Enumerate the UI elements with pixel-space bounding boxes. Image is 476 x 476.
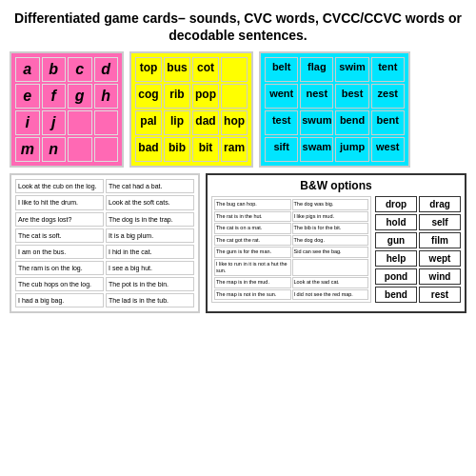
cyan-cell: tent (371, 57, 405, 82)
yellow-cell: dad (192, 110, 219, 135)
bw-word-cell: help (375, 250, 417, 267)
bw-grid-cell: The rat is in the hut. (214, 211, 291, 222)
page: Differentiated game cards– sounds, CVC w… (0, 0, 476, 476)
bottom-section: Look at the cub on the log.The cat had a… (10, 173, 466, 313)
bw-word-cell: wept (419, 250, 461, 267)
cyan-ccvc-card: beltflagswimtentwentnestbestzesttestswum… (259, 51, 410, 168)
cyan-cell: flag (300, 57, 333, 82)
bw-word-cell: pond (375, 268, 417, 285)
yellow-cell: cot (192, 57, 219, 82)
pink-cell (68, 110, 92, 135)
cyan-cell: bent (371, 110, 405, 135)
bw-options: B&W options The bug can hop.The dog was … (206, 173, 466, 313)
cyan-cell: bend (335, 110, 368, 135)
cyan-cell: nest (300, 84, 333, 109)
sentence-cell: The cub hops on the log. (15, 277, 104, 291)
bw-words: dropdragholdselfgunfilmhelpweptpondwindb… (375, 196, 461, 303)
bw-grid-cell: The map is in the mud. (214, 277, 291, 288)
yellow-cell: cog (135, 84, 162, 109)
cyan-cell: went (265, 84, 298, 109)
bw-grid-cell: The bib is for the bit. (292, 223, 369, 233)
yellow-cell: rib (164, 84, 190, 109)
cyan-cell: belt (265, 57, 298, 82)
cyan-cell: test (265, 110, 298, 135)
pink-cell: h (94, 84, 119, 109)
cyan-cell: best (335, 84, 368, 109)
bw-grid-cell: I like pigs in mud. (292, 211, 369, 222)
sentence-cell: It is a big plum. (106, 228, 194, 243)
pink-cell: a (15, 57, 40, 82)
yellow-cell (221, 84, 248, 109)
pink-cell (94, 110, 119, 135)
sentence-cell: Look at the cub on the log. (15, 179, 104, 193)
bw-word-cell: hold (375, 214, 417, 230)
sentence-cell: I see a big hut. (106, 261, 194, 275)
bw-grid-cell: Look at the sad cat. (292, 277, 369, 288)
sentence-cell: I hid in the cat. (106, 245, 194, 259)
bw-grid-cell: The cat got the rat. (214, 235, 291, 246)
pink-cell: e (15, 84, 40, 109)
cyan-cell: west (371, 137, 405, 162)
bw-word-cell: drag (419, 196, 461, 212)
bw-grid: The bug can hop.The dog was big.The rat … (211, 196, 371, 303)
bw-word-cell: film (419, 232, 461, 248)
pink-cell: i (15, 110, 40, 135)
sentence-cell: Look at the soft cats. (106, 195, 194, 209)
bw-grid-cell: I did not see the red map. (292, 289, 369, 300)
pink-cell: j (42, 110, 67, 135)
sentence-cell: I like to hit the drum. (15, 195, 104, 209)
sentence-cell: I am on the bus. (15, 245, 104, 259)
yellow-cell: bus (164, 57, 190, 82)
pink-cell: f (42, 84, 67, 109)
bw-grid-cell: Sid can see the bag. (292, 247, 369, 257)
sentence-cell: The ram is on the log. (15, 261, 104, 275)
yellow-cell: top (135, 57, 162, 82)
bw-grid-cell (292, 259, 369, 277)
cyan-cell: swam (300, 137, 333, 162)
yellow-cell: pop (192, 84, 219, 109)
bw-grid-cell: The map is not in the sun. (214, 289, 291, 300)
sentence-cell: The cat had a bat. (106, 179, 194, 193)
sentence-cell: Are the dogs lost? (15, 212, 104, 227)
pink-cell (68, 137, 92, 162)
bw-title: B&W options (211, 179, 461, 192)
bw-grid-cell: The dog was big. (292, 199, 369, 209)
bw-word-cell: self (419, 214, 461, 230)
cyan-cell: zest (371, 84, 405, 109)
cyan-cell: swim (335, 57, 368, 82)
bw-word-cell: drop (375, 196, 417, 212)
page-title: Differentiated game cards– sounds, CVC w… (10, 10, 466, 44)
sentence-cell: The cat is soft. (15, 228, 104, 243)
yellow-cell: lip (164, 110, 190, 135)
cyan-cell: swum (300, 110, 333, 135)
pink-cell (94, 137, 119, 162)
sentence-cell: I had a big bag. (15, 293, 104, 307)
yellow-cell: ram (221, 137, 248, 162)
sentence-cell: The pot is in the bin. (106, 277, 194, 291)
pink-cell: d (94, 57, 119, 82)
yellow-cell: bib (164, 137, 190, 162)
bw-grid-cell: The dog dog. (292, 235, 369, 246)
sentence-card: Look at the cub on the log.The cat had a… (10, 173, 200, 313)
pink-cell: n (42, 137, 67, 162)
pink-cell: g (68, 84, 92, 109)
yellow-cell: hop (221, 110, 248, 135)
bw-word-cell: rest (419, 287, 461, 303)
bw-grid-cell: The bug can hop. (214, 199, 291, 209)
yellow-cell: bit (192, 137, 219, 162)
bw-inner: The bug can hop.The dog was big.The rat … (211, 196, 461, 303)
cyan-cell: sift (265, 137, 298, 162)
pink-cell: c (68, 57, 92, 82)
bw-word-cell: wind (419, 268, 461, 285)
sentence-cell: The lad is in the tub. (106, 293, 194, 307)
yellow-cell: bad (135, 137, 162, 162)
yellow-cell (221, 57, 248, 82)
yellow-cvc-card: topbuscotcogribpoppallipdadhopbadbibbitr… (129, 51, 253, 168)
bw-grid-cell: The cat is on a mat. (214, 223, 291, 233)
top-section: abcdefghijmn topbuscotcogribpoppallipdad… (10, 51, 466, 168)
sentence-cell: The dog is in the trap. (106, 212, 194, 227)
pink-cell: b (42, 57, 67, 82)
cyan-cell: jump (335, 137, 368, 162)
bw-word-cell: bend (375, 287, 417, 303)
bw-word-cell: gun (375, 232, 417, 248)
